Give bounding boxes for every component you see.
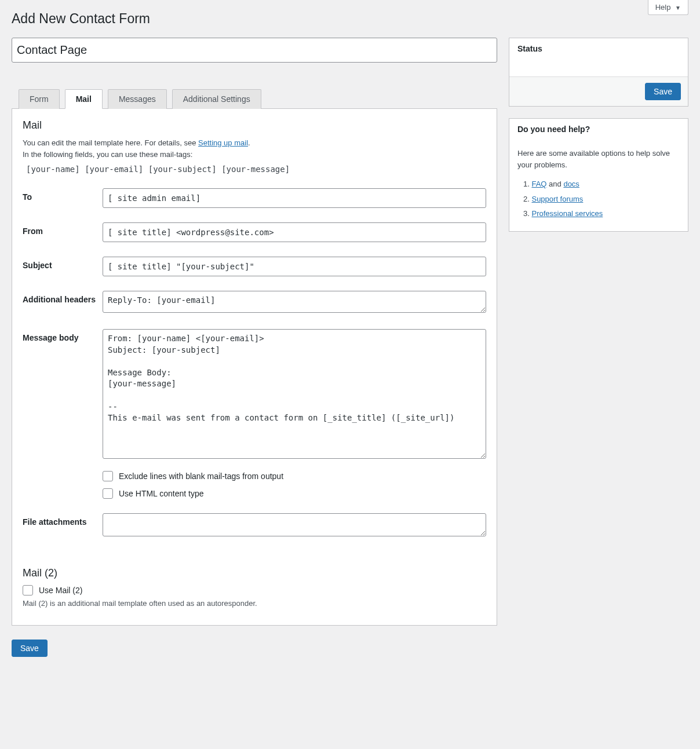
use-mail2-label: Use Mail (2) — [39, 586, 82, 595]
help-item-pro: Professional services — [523, 208, 680, 220]
html-content-label: Use HTML content type — [119, 489, 204, 498]
additional-headers-label: Additional headers — [23, 291, 97, 305]
message-body-input[interactable] — [103, 329, 486, 459]
save-button-bottom[interactable]: Save — [12, 640, 48, 657]
help-tab-label: Help — [655, 3, 671, 12]
mail-heading: Mail — [23, 119, 486, 131]
to-label: To — [23, 188, 97, 203]
help-intro: Here are some available options to help … — [517, 148, 680, 170]
file-attachments-input[interactable] — [103, 513, 486, 536]
additional-headers-input[interactable] — [103, 291, 486, 313]
tab-additional-settings[interactable]: Additional Settings — [172, 89, 261, 109]
tab-form[interactable]: Form — [19, 89, 60, 109]
status-postbox: Status Save — [509, 38, 688, 107]
subject-input[interactable] — [103, 257, 486, 276]
mail2-description: Mail (2) is an additional mail template … — [23, 599, 486, 608]
save-button-side[interactable]: Save — [645, 83, 681, 100]
support-forums-link[interactable]: Support forums — [531, 195, 583, 203]
help-tab[interactable]: Help ▼ — [648, 0, 688, 15]
mail2-heading: Mail (2) — [23, 567, 486, 579]
from-input[interactable] — [103, 222, 486, 242]
html-content-checkbox[interactable] — [103, 488, 113, 499]
mail-panel: Mail You can edit the mail template here… — [12, 109, 497, 626]
subject-label: Subject — [23, 257, 97, 271]
setup-mail-link[interactable]: Setting up mail — [198, 138, 248, 147]
faq-link[interactable]: FAQ — [531, 180, 546, 188]
message-body-label: Message body — [23, 329, 97, 344]
help-item-faq: FAQ and docs — [523, 178, 680, 190]
mail-tags: [your-name] [your-email] [your-subject] … — [23, 165, 486, 174]
page-title: Add New Contact Form — [12, 6, 688, 29]
help-item-forums: Support forums — [523, 193, 680, 205]
file-attachments-label: File attachments — [23, 513, 97, 528]
status-title: Status — [509, 38, 688, 59]
from-label: From — [23, 222, 97, 237]
help-title: Do you need help? — [509, 119, 688, 140]
caret-down-icon: ▼ — [675, 5, 681, 11]
help-postbox: Do you need help? Here are some availabl… — [509, 118, 688, 232]
tab-messages[interactable]: Messages — [108, 89, 167, 109]
professional-services-link[interactable]: Professional services — [531, 209, 603, 218]
exclude-blank-checkbox[interactable] — [103, 471, 113, 481]
form-title-input[interactable] — [12, 38, 497, 63]
tab-mail[interactable]: Mail — [65, 89, 103, 109]
docs-link[interactable]: docs — [563, 180, 579, 188]
use-mail2-checkbox[interactable] — [23, 585, 33, 595]
mail-intro: You can edit the mail template here. For… — [23, 137, 486, 160]
exclude-blank-label: Exclude lines with blank mail-tags from … — [119, 472, 283, 481]
to-input[interactable] — [103, 188, 486, 208]
tabs: Form Mail Messages Additional Settings — [12, 89, 497, 109]
